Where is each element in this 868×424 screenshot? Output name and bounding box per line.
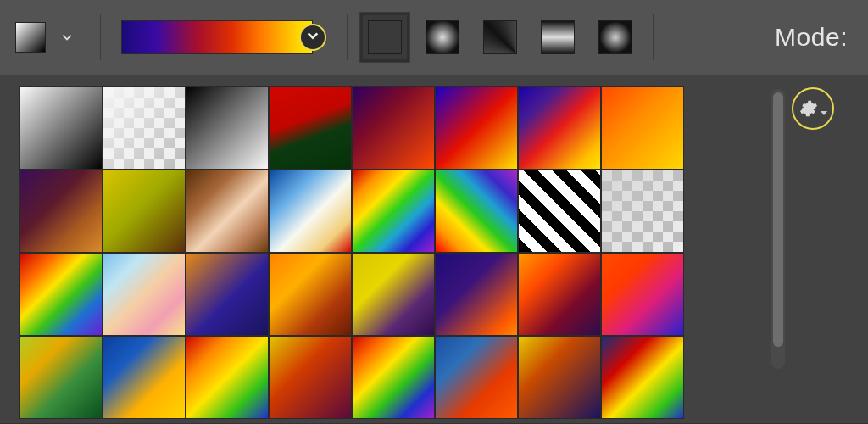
gradient-preset[interactable] [602,254,683,335]
gradient-preset[interactable] [602,337,683,418]
gradient-type-radial[interactable] [426,20,459,54]
gradient-type-reflected[interactable] [541,20,575,54]
mode-label: Mode: [775,23,853,52]
gradient-preset[interactable] [519,337,600,418]
gradient-preset[interactable] [519,170,600,252]
gradient-type-linear[interactable] [368,20,402,54]
gradient-preset[interactable] [519,87,600,169]
options-bar: Mode: [0,0,868,75]
scrollbar-thumb[interactable] [773,92,783,347]
gradient-preset[interactable] [353,254,434,335]
divider [347,14,348,60]
gradient-preset[interactable] [186,170,268,252]
gradient-preset[interactable] [436,87,517,169]
gradient-preset[interactable] [20,254,102,335]
divider [653,14,654,60]
gradient-preset[interactable] [436,170,517,252]
gradient-preset[interactable] [103,87,185,169]
gradient-preset[interactable] [186,337,268,418]
gradient-picker-dropdown[interactable] [299,24,326,51]
gradient-preset[interactable] [270,254,351,335]
gradient-type-group [368,20,632,54]
gradient-preview-group [121,20,326,54]
gradient-picker-panel [0,75,868,424]
panel-menu-button[interactable] [792,87,834,130]
gradient-preset[interactable] [186,87,268,169]
menu-caret-icon [821,111,827,115]
gradient-preset[interactable] [602,170,683,252]
tool-preset-dropdown[interactable] [54,25,80,50]
gradient-preset[interactable] [20,337,102,418]
gradient-preset[interactable] [436,337,517,418]
gradient-preset[interactable] [436,254,517,335]
gear-icon [799,99,818,118]
gradient-preset[interactable] [353,87,434,169]
gradient-preset[interactable] [519,254,600,335]
gradient-preset-grid [20,87,756,418]
gradient-preview[interactable] [121,20,313,54]
scrollbar[interactable] [771,89,785,369]
gradient-preset[interactable] [20,87,102,169]
chevron-down-icon [306,29,320,46]
gradient-preset[interactable] [103,337,185,418]
gradient-preset[interactable] [353,170,434,252]
gradient-preset[interactable] [602,87,683,169]
divider [100,14,101,60]
gradient-preset[interactable] [270,87,351,169]
gradient-preset[interactable] [20,170,102,252]
gradient-type-diamond[interactable] [598,20,632,54]
tool-preset-swatch[interactable] [15,22,46,53]
gradient-preset[interactable] [270,337,351,418]
gradient-preset[interactable] [103,254,185,335]
gradient-preset[interactable] [353,337,434,418]
gradient-preset[interactable] [270,170,351,252]
gradient-preset[interactable] [186,254,268,335]
chevron-down-icon [61,31,73,43]
gradient-preset[interactable] [103,170,185,252]
gradient-type-angle[interactable] [483,20,517,54]
